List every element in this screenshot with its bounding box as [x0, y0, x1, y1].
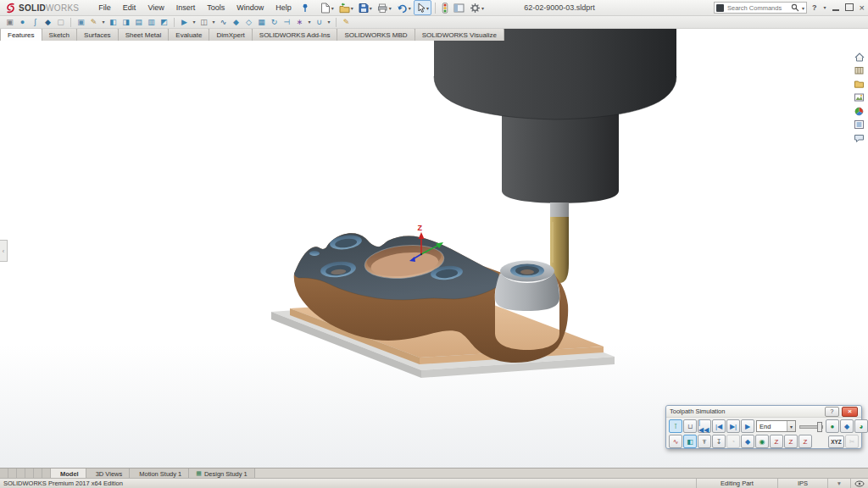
display-settings-button[interactable]	[439, 0, 451, 15]
separator[interactable]	[70, 18, 71, 27]
gouge-check-tool-button[interactable]: Z	[770, 435, 783, 448]
design-library-icon[interactable]	[853, 64, 865, 76]
appearances-scenes-icon[interactable]	[853, 105, 865, 117]
close-button[interactable]: ×	[860, 3, 865, 12]
cam-pocket-icon[interactable]: ▤	[133, 17, 144, 27]
tab-sketch[interactable]: Sketch	[42, 28, 77, 41]
gouge-check-fixture-button[interactable]: Z	[798, 435, 812, 448]
select-button[interactable]: ▾	[414, 0, 431, 15]
undo-button[interactable]: ▾	[394, 0, 414, 15]
menu-help[interactable]: Help	[270, 3, 298, 12]
cam-curve-icon[interactable]: ∪	[314, 17, 325, 27]
dropdown-caret[interactable]: ▾	[326, 17, 331, 27]
cam-align-icon[interactable]: ⊣	[281, 17, 292, 27]
toolpath-simulation-titlebar[interactable]: Toolpath Simulation ? ×	[666, 406, 861, 418]
compare-parts-button[interactable]: ◕	[854, 419, 868, 433]
custom-properties-icon[interactable]	[853, 119, 865, 130]
save-button[interactable]: ▾	[356, 0, 375, 15]
go-to-start-button[interactable]: |◀◀	[698, 419, 711, 433]
tool-wireframe-button[interactable]: ↧	[712, 435, 726, 448]
dropdown-caret-icon[interactable]: ▾	[787, 421, 795, 431]
turbo-mode-button[interactable]: ◔	[726, 435, 740, 448]
dialog-close-button[interactable]: ×	[842, 407, 858, 417]
graphics-viewport[interactable]: Z	[0, 25, 868, 469]
open-button[interactable]: ▾	[337, 0, 356, 15]
trim-button[interactable]: ✂	[845, 435, 859, 448]
tab-solidworks-mbd[interactable]: SOLIDWORKS MBD	[337, 28, 415, 41]
slider-thumb[interactable]	[817, 422, 822, 432]
cam-toolpath-icon[interactable]: ∿	[218, 17, 229, 27]
dropdown-caret[interactable]: ▾	[101, 17, 106, 27]
menu-file[interactable]: File	[92, 3, 117, 12]
dropdown-caret[interactable]: ▾	[192, 17, 197, 27]
help-button[interactable]: ?	[812, 3, 817, 12]
cam-step-through-icon[interactable]: ◫	[198, 17, 209, 27]
section-view-button[interactable]: ◆	[741, 435, 754, 448]
file-explorer-icon[interactable]	[853, 78, 865, 90]
gouge-check-holder-button[interactable]: Z	[784, 435, 798, 448]
menu-edit[interactable]: Edit	[117, 3, 142, 12]
display-pane-button[interactable]	[451, 0, 467, 15]
cam-coordinate-icon[interactable]: ʃ	[30, 17, 41, 27]
tab-features[interactable]: Features	[0, 28, 42, 41]
play-button[interactable]: ▶	[741, 419, 754, 433]
help-caret-icon[interactable]: ▾	[824, 4, 826, 10]
cam-probe-icon[interactable]: ✎	[341, 17, 352, 27]
toolpath-display-button[interactable]: ∿	[669, 435, 682, 448]
solidworks-resources-icon[interactable]	[853, 51, 865, 63]
toolpath-simulation-dialog[interactable]: Toolpath Simulation ? × ⊺⊔|◀◀|◀▶|▶ End ▾…	[665, 405, 862, 449]
menu-insert[interactable]: Insert	[170, 3, 202, 12]
separator[interactable]	[174, 18, 175, 27]
cam-tools-icon[interactable]: ∗	[294, 17, 305, 27]
tool-shaded-button[interactable]: Ŧ	[698, 435, 711, 448]
view-palette-icon[interactable]	[853, 92, 865, 103]
search-input[interactable]	[726, 3, 789, 13]
cam-roughing-icon[interactable]: ◧	[108, 17, 119, 27]
simulation-speed-slider[interactable]	[799, 421, 823, 431]
tags-eye-icon[interactable]	[850, 479, 868, 488]
featuremanager-flyout-tab[interactable]: ‹	[0, 240, 8, 262]
collision-check-button[interactable]: ◉	[755, 435, 769, 448]
step-back-button[interactable]: |◀	[712, 419, 726, 433]
show-stock-button[interactable]: ◆	[840, 419, 854, 433]
tab-evaluate[interactable]: Evaluate	[168, 28, 209, 41]
tab-surfaces[interactable]: Surfaces	[76, 28, 119, 41]
cam-extract-features-icon[interactable]: ▣	[4, 17, 15, 27]
cam-edit-definition-icon[interactable]: ✎	[88, 17, 99, 27]
menu-view[interactable]: View	[142, 3, 170, 12]
units-selector[interactable]: IPS	[777, 479, 827, 488]
search-caret-icon[interactable]: ▾	[802, 5, 804, 11]
tab-sheet-metal[interactable]: Sheet Metal	[118, 28, 170, 41]
separator[interactable]	[336, 18, 337, 27]
forum-icon[interactable]	[853, 132, 865, 144]
simulation-display-toggle[interactable]: ◧	[683, 435, 697, 448]
cam-drill-icon[interactable]: ▥	[146, 17, 157, 27]
tab-dimxpert[interactable]: DimXpert	[209, 28, 252, 41]
cam-surface-mill-icon[interactable]: ◩	[159, 17, 170, 27]
cam-fixture-icon[interactable]: ◆	[42, 17, 53, 27]
minimize-button[interactable]	[832, 9, 839, 11]
cam-wireframe-icon[interactable]: ◇	[243, 17, 254, 27]
menu-window[interactable]: Window	[231, 3, 270, 12]
show-target-part-button[interactable]: ●	[826, 419, 839, 433]
units-caret-icon[interactable]: ▾	[827, 479, 850, 488]
pin-menu-icon[interactable]	[301, 3, 309, 13]
cam-stock-manager-icon[interactable]: ●	[17, 17, 28, 27]
restore-button[interactable]	[845, 3, 854, 11]
menu-tools[interactable]: Tools	[201, 3, 231, 12]
tab-solidworks-visualize[interactable]: SOLIDWORKS Visualize	[415, 28, 504, 41]
print-button[interactable]: ▾	[375, 0, 394, 15]
search-commands-box[interactable]: ▾	[714, 2, 807, 14]
dropdown-caret[interactable]: ▾	[211, 17, 216, 27]
tab-solidworks-add-ins[interactable]: SOLIDWORKS Add-Ins	[252, 28, 338, 41]
cam-post-process-icon[interactable]: ▦	[256, 17, 267, 27]
cam-simulate-icon[interactable]: ◆	[231, 17, 242, 27]
search-icon[interactable]	[791, 3, 799, 12]
cam-box-icon[interactable]: ▢	[55, 17, 66, 27]
cam-sync-icon[interactable]: ↻	[269, 17, 280, 27]
new-document-button[interactable]: ▾	[318, 0, 337, 15]
xyz-coordinates-button[interactable]: XYZ	[828, 435, 844, 448]
cam-contour-icon[interactable]: ◨	[120, 17, 131, 27]
end-condition-dropdown[interactable]: End ▾	[756, 420, 796, 432]
dialog-help-button[interactable]: ?	[825, 407, 839, 417]
